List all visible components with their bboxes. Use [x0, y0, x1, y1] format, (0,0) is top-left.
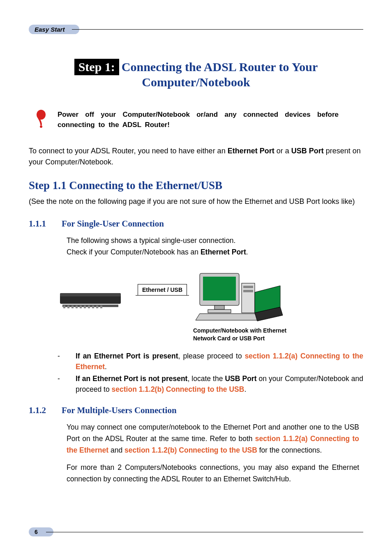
bullet-list: -If an Ethernet Port is present, please … [67, 351, 363, 395]
usb-port-bold: USB Port [291, 147, 324, 155]
diagram-caption: Computer/Notebook with Ethernet Network … [193, 327, 300, 342]
svg-rect-16 [203, 277, 236, 300]
bullet-1-end: . [105, 363, 107, 371]
diagram: Ethernet / USB Computer/Notebook with [45, 269, 363, 342]
subsection-1-1-1-num: 1.1.1 [29, 219, 62, 229]
bullet-2: -If an Ethernet Port is not present, loc… [67, 373, 363, 395]
step-number-badge: Step 1: [74, 59, 119, 75]
svg-marker-22 [196, 314, 259, 320]
single-user-p2: Check if your Computer/Notebook has an E… [67, 246, 359, 258]
header: Easy Start [29, 25, 363, 34]
svg-rect-17 [214, 305, 224, 310]
svg-rect-18 [208, 310, 231, 313]
header-rule [72, 29, 363, 30]
subsection-1-1-1-title: 1.1.1For Single-User Connection [29, 219, 363, 229]
subsection-1-1-2-label: For Multiple-Users Connection [62, 405, 177, 415]
link-usb[interactable]: section 1.1.2(b) Connecting to the USB [112, 385, 244, 393]
ethernet-port-bold: Ethernet Port [228, 147, 274, 155]
subsection-1-1-2-title: 1.1.2For Multiple-Users Connection [29, 405, 363, 416]
svg-point-1 [40, 125, 42, 128]
section-1-1-note: (See the note on the following page if y… [29, 196, 363, 207]
svg-rect-11 [88, 305, 90, 308]
bullet-2-bold: If an Ethernet Port is not present [76, 374, 187, 383]
bullet-1-bold: If an Ethernet Port is present [76, 352, 178, 360]
bullet-2-b: , locate the [187, 374, 225, 383]
document-page: Easy Start Step 1:Connecting the ADSL Ro… [0, 0, 392, 557]
svg-rect-5 [63, 305, 65, 308]
svg-rect-8 [76, 305, 78, 308]
warning-block: Power off your Computer/Notebook or/and … [29, 110, 363, 130]
step-title: Step 1:Connecting the ADSL Router to You… [29, 59, 363, 89]
svg-rect-3 [60, 293, 121, 296]
intro-text: To connect to your ADSL Router, you need… [29, 147, 228, 155]
svg-rect-9 [80, 305, 82, 308]
svg-rect-10 [84, 305, 86, 308]
subsection-1-1-2-body: You may connect one computer/notebook to… [67, 421, 359, 485]
svg-rect-13 [96, 305, 98, 308]
subsection-1-1-2-num: 1.1.2 [29, 405, 62, 416]
intro-paragraph: To connect to your ADSL Router, you need… [29, 146, 363, 168]
warning-text: Power off your Computer/Notebook or/and … [58, 110, 363, 130]
multi-p1c: for the connections. [257, 446, 322, 454]
computer-icon: Computer/Notebook with Ethernet Network … [193, 269, 300, 342]
subsection-1-1-1-label: For Single-User Connection [62, 219, 164, 229]
step-title-line1: Connecting the ADSL Router to Your [122, 60, 318, 74]
svg-rect-12 [92, 305, 94, 308]
bullet-2-end: . [244, 385, 246, 393]
bullet-1: -If an Ethernet Port is present, please … [67, 351, 363, 372]
single-user-p2a: Check if your Computer/Notebook has an [67, 248, 201, 256]
bullet-2-usb: USB Port [225, 374, 256, 383]
footer-rule [46, 532, 363, 532]
cable-label: Ethernet / USB [138, 284, 187, 296]
section-1-1-title: Step 1.1 Connecting to the Ethernet/USB [29, 179, 363, 192]
svg-rect-7 [71, 305, 74, 308]
svg-rect-20 [243, 286, 253, 288]
router-icon [45, 269, 136, 316]
multi-user-p1: You may connect one computer/notebook to… [67, 421, 359, 456]
step-title-line2: Computer/Notebook [29, 75, 363, 89]
intro-mid: or a [274, 147, 291, 155]
svg-rect-4 [62, 305, 118, 307]
bullet-1-mid: , please proceed to [178, 352, 245, 360]
single-user-p1: The following shows a typical single-use… [67, 235, 359, 246]
multi-p1b: and [108, 446, 125, 454]
multi-user-p2: For more than 2 Computers/Notebooks conn… [67, 462, 359, 485]
link-usb-2[interactable]: section 1.1.2(b) Connecting to the USB [125, 446, 257, 454]
single-user-p2c: . [246, 248, 248, 256]
footer: 6 [29, 527, 363, 536]
single-user-p2b: Ethernet Port [201, 248, 246, 256]
subsection-1-1-1-body: The following shows a typical single-use… [67, 235, 359, 258]
svg-rect-14 [100, 305, 102, 308]
svg-rect-6 [67, 305, 69, 308]
svg-rect-21 [243, 290, 253, 292]
exclamation-icon [29, 110, 53, 129]
